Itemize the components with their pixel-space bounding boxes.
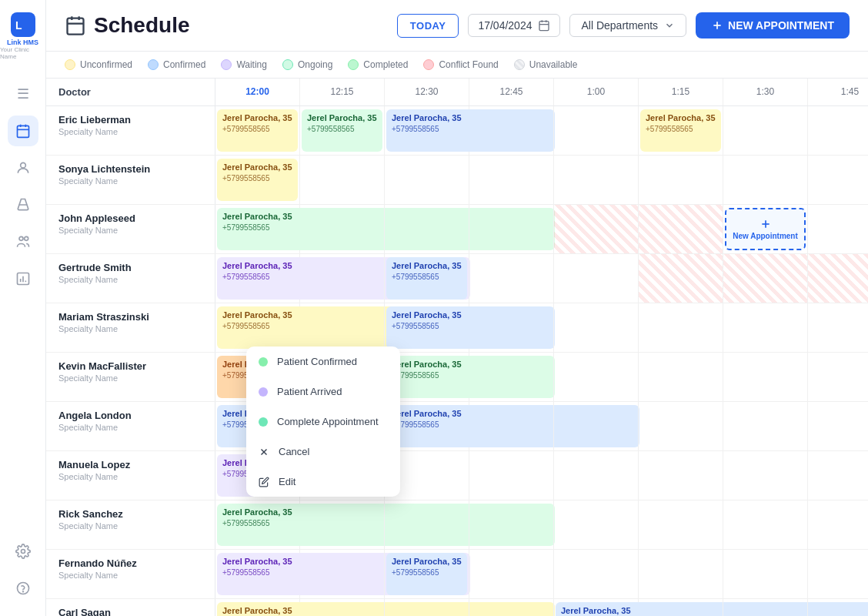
fernando-cell-1245[interactable]: [469, 550, 554, 598]
sonya-appt-1200[interactable]: Jerel Parocha, 35 +5799558565: [217, 159, 298, 201]
settings-nav-icon[interactable]: [8, 536, 38, 567]
eric-cell-1200[interactable]: Jerel Parocha, 35 +5799558565: [215, 106, 300, 155]
context-menu-patient-confirmed[interactable]: Patient Confirmed: [246, 346, 400, 377]
calendar-nav-icon[interactable]: [8, 116, 38, 146]
eric-cell-1245[interactable]: [469, 106, 554, 155]
sonya-cell-1230[interactable]: [385, 156, 469, 204]
gertrude-appt-1230[interactable]: Jerel Parocha, 35 +5799558565: [386, 257, 467, 300]
angela-cell-130[interactable]: [723, 402, 808, 450]
manuela-cell-145[interactable]: [808, 451, 868, 500]
manuela-cell-1245[interactable]: [469, 451, 554, 500]
context-menu-cancel[interactable]: Cancel: [246, 437, 400, 467]
sonya-cell-100[interactable]: [554, 156, 639, 204]
eric-cell-1215[interactable]: Jerel Parocha, 35 +5799558565: [300, 106, 385, 155]
fernando-cell-115[interactable]: [639, 550, 723, 598]
kevin-cell-100[interactable]: [554, 353, 639, 401]
eric-cell-115[interactable]: Jerel Parocha, 35 +5799558565: [639, 106, 723, 155]
gertrude-cell-1245[interactable]: [469, 254, 554, 303]
rick-cell-115[interactable]: [639, 500, 723, 549]
carl-cell-100[interactable]: Jerel Parocha, 35 +5799558565: [554, 599, 639, 616]
new-appointment-button[interactable]: NEW APPOINTMENT: [696, 12, 850, 38]
eric-cell-1230[interactable]: Jerel Parocha, 35 +5799558565: [385, 106, 469, 155]
group-nav-icon[interactable]: [8, 226, 38, 257]
sonya-cell-115[interactable]: [639, 156, 723, 204]
gertrude-cell-1200[interactable]: Jerel Parocha, 35 +5799558565: [215, 254, 300, 303]
sonya-cell-1215[interactable]: [300, 156, 385, 204]
mariam-cell-1200[interactable]: Jerel Parocha, 35 +5799558565: [215, 303, 300, 352]
person-nav-icon[interactable]: [8, 152, 38, 183]
gertrude-cell-1215[interactable]: [300, 254, 385, 303]
manuela-cell-130[interactable]: [723, 451, 808, 500]
kevin-cell-130[interactable]: [723, 353, 808, 401]
mariam-cell-130[interactable]: [723, 303, 808, 352]
angela-cell-115[interactable]: [639, 402, 723, 450]
mariam-cell-115[interactable]: [639, 303, 723, 352]
fernando-cell-130[interactable]: [723, 550, 808, 598]
sonya-cell-145[interactable]: [808, 156, 868, 204]
gertrude-cell-100[interactable]: [554, 254, 639, 303]
john-cell-1200[interactable]: Jerel Parocha, 35 +5799558565: [215, 205, 300, 253]
fernando-cell-1215[interactable]: [300, 550, 385, 598]
carl-cell-115[interactable]: [639, 599, 723, 616]
angela-cell-1245[interactable]: [469, 402, 554, 450]
angela-cell-100[interactable]: [554, 402, 639, 450]
carl-cell-1200[interactable]: Jerel Parocha, 35 +5799558565: [215, 599, 300, 616]
fernando-appt-1230[interactable]: Jerel Parocha, 35 +5799558565: [386, 553, 467, 595]
john-cell-130[interactable]: New Appointment: [723, 205, 808, 253]
john-cell-1230[interactable]: [385, 205, 469, 253]
report-nav-icon[interactable]: [8, 263, 38, 294]
rick-cell-145[interactable]: [808, 500, 868, 549]
rick-cell-100[interactable]: [554, 500, 639, 549]
john-cell-1215[interactable]: [300, 205, 385, 253]
eric-cell-130[interactable]: [723, 106, 808, 155]
kevin-cell-145[interactable]: [808, 353, 868, 401]
fernando-cell-1200[interactable]: Jerel Parocha, 35 +5799558565: [215, 550, 300, 598]
fernando-cell-145[interactable]: [808, 550, 868, 598]
today-button[interactable]: TODAY: [397, 14, 459, 38]
rick-cell-1200[interactable]: Jerel Parocha, 35 +5799558565: [215, 500, 300, 549]
sonya-cell-1245[interactable]: [469, 156, 554, 204]
carl-cell-130[interactable]: [723, 599, 808, 616]
context-menu-edit[interactable]: Edit: [246, 467, 400, 497]
mariam-cell-100[interactable]: [554, 303, 639, 352]
john-cell-145[interactable]: [808, 205, 868, 253]
john-new-appt-placeholder[interactable]: New Appointment: [725, 208, 806, 250]
doctor-row-angela: Angela London Specialty Name Jerel Paroc…: [46, 402, 868, 451]
mariam-cell-1215[interactable]: [300, 303, 385, 352]
eric-cell-145[interactable]: [808, 106, 868, 155]
carl-cell-145[interactable]: [808, 599, 868, 616]
kevin-cell-115[interactable]: [639, 353, 723, 401]
angela-cell-145[interactable]: [808, 402, 868, 450]
sonya-cell-1200[interactable]: Jerel Parocha, 35 +5799558565: [215, 156, 300, 204]
eric-appt-115[interactable]: Jerel Parocha, 35 +5799558565: [640, 109, 721, 152]
manuela-cell-100[interactable]: [554, 451, 639, 500]
doctor-info-eric: Eric Lieberman Specialty Name: [46, 106, 215, 155]
gertrude-cell-1230[interactable]: Jerel Parocha, 35 +5799558565: [385, 254, 469, 303]
eric-appt-1215[interactable]: Jerel Parocha, 35 +5799558565: [302, 109, 382, 152]
context-menu-patient-arrived[interactable]: Patient Arrived: [246, 377, 400, 407]
mariam-cell-1230[interactable]: Jerel Parocha, 35 +5799558565: [385, 303, 469, 352]
mariam-cell-1245[interactable]: [469, 303, 554, 352]
date-selector[interactable]: 17/04/2024: [468, 14, 560, 37]
rick-cell-1245[interactable]: [469, 500, 554, 549]
john-cell-1245[interactable]: [469, 205, 554, 253]
flask-nav-icon[interactable]: [8, 189, 38, 220]
fernando-cell-1230[interactable]: Jerel Parocha, 35 +5799558565: [385, 550, 469, 598]
carl-cell-1230[interactable]: [385, 599, 469, 616]
eric-appt-1200[interactable]: Jerel Parocha, 35 +5799558565: [217, 109, 298, 152]
manuela-cell-115[interactable]: [639, 451, 723, 500]
menu-icon-btn[interactable]: ☰: [8, 79, 38, 109]
sonya-cell-130[interactable]: [723, 156, 808, 204]
fernando-cell-100[interactable]: [554, 550, 639, 598]
carl-cell-1215[interactable]: [300, 599, 385, 616]
mariam-cell-145[interactable]: [808, 303, 868, 352]
context-menu-complete-appointment[interactable]: Complete Appointment: [246, 407, 400, 437]
help-nav-icon[interactable]: [8, 573, 38, 604]
carl-cell-1245[interactable]: [469, 599, 554, 616]
department-selector[interactable]: All Departments: [569, 14, 686, 37]
kevin-cell-1245[interactable]: [469, 353, 554, 401]
eric-cell-100[interactable]: [554, 106, 639, 155]
rick-cell-1215[interactable]: [300, 500, 385, 549]
rick-cell-130[interactable]: [723, 500, 808, 549]
rick-cell-1230[interactable]: [385, 500, 469, 549]
